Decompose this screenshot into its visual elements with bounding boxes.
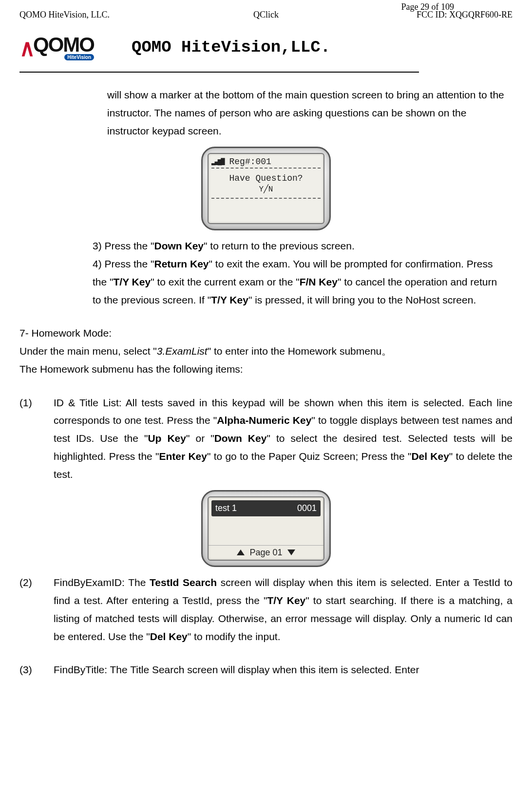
device-screen-have-question: ▂▄▆█ Reg#:001 Have Question? Y╱N — [201, 147, 331, 230]
step4-t5: " is pressed, it will bring you to the N… — [248, 294, 476, 305]
step4-t3: " to exit the current exam or the " — [151, 276, 300, 287]
item1-enter-key: Enter Key — [159, 451, 207, 462]
item2-testid-search: TestId Search — [150, 577, 217, 588]
item1-t5: " to go to the Paper Quiz Screen; Press … — [207, 451, 411, 462]
up-triangle-icon — [237, 549, 245, 555]
item1-t3: " or " — [186, 433, 214, 444]
sec7-line1-italic: 3.ExamList — [157, 345, 208, 357]
section-7-line2: The Homework submenu has the following i… — [19, 360, 508, 379]
item1-alpha-numeric-key: Alpha-Numeric Key — [217, 415, 311, 426]
step4-t1: 4) Press the " — [93, 258, 154, 269]
down-triangle-icon — [287, 549, 295, 555]
logo: ∧ QOMO HiteVision — [19, 30, 117, 65]
sec7-line1-end: 。 — [381, 345, 392, 357]
item1-del-key: Del Key — [411, 451, 449, 462]
step-4: 4) Press the "Return Key" to exit the ex… — [93, 255, 508, 309]
item2-t4: " to modify the input. — [188, 631, 281, 642]
item-2-content: FindByExamID: The TestId Search screen w… — [54, 574, 513, 645]
step3-post: " to return to the previous screen. — [204, 240, 355, 251]
header-logo-row: ∧ QOMO HiteVision QOMO HiteVision,LLC. — [19, 30, 513, 69]
header-left: QOMO HiteVision, LLC. — [19, 10, 110, 20]
page-number: Page 29 of 109 — [401, 2, 455, 12]
screen1-top-row: ▂▄▆█ Reg#:001 — [211, 157, 321, 169]
item-1-num: (1) — [19, 394, 54, 484]
step4-ty-key-2: T/Y Key — [211, 294, 248, 305]
item2-t1: FindByExamID: The — [54, 577, 150, 588]
header-divider — [19, 72, 419, 73]
logo-arrow-icon: ∧ — [19, 34, 32, 61]
item-3-num: (3) — [19, 661, 54, 679]
section-7-heading: 7- Homework Mode: — [19, 324, 508, 342]
screen2-page-label: Page 01 — [249, 548, 282, 558]
logo-main-text: QOMO — [33, 35, 94, 55]
page: Page 29 of 109 QOMO HiteVision, LLC. QCl… — [0, 0, 532, 795]
step4-fn-key: F/N Key — [300, 276, 338, 287]
screen1-reg-label: Reg#:001 — [229, 157, 271, 167]
screen1-line2: Y╱N — [211, 184, 321, 199]
item2-ty-key: T/Y Key — [267, 595, 305, 606]
item-2-num: (2) — [19, 574, 54, 645]
item-1-content: ID & Title List: All tests saved in this… — [54, 394, 513, 484]
device-screen-test-list: test 1 0001 Page 01 — [201, 490, 331, 567]
item-3-content: FindByTitle: The Title Search screen wil… — [54, 661, 513, 679]
item1-up-key: Up Key — [148, 433, 186, 444]
logo-text: QOMO HiteVision — [33, 35, 94, 60]
step3-pre: 3) Press the " — [93, 240, 154, 251]
device-screen-2-inner: test 1 0001 Page 01 — [208, 496, 324, 561]
logo-sub-text: HiteVision — [64, 54, 94, 60]
sec7-line1-pre: Under the main menu, select " — [19, 345, 157, 357]
page-num-value: 29 of 109 — [420, 2, 454, 12]
sec7-line1-post: " to enter into the Homework submenu — [208, 345, 382, 357]
device-screen-1-inner: ▂▄▆█ Reg#:001 Have Question? Y╱N — [208, 153, 324, 224]
item-3: (3) FindByTitle: The Title Search screen… — [19, 661, 513, 679]
item1-down-key: Down Key — [214, 433, 267, 444]
item-2: (2) FindByExamID: The TestId Search scre… — [19, 574, 513, 645]
screen2-empty-area — [209, 519, 323, 545]
intro-continued: will show a marker at the bottom of the … — [107, 86, 508, 140]
company-title: QOMO HiteVision,LLC. — [132, 38, 330, 57]
step4-ty-key-1: T/Y Key — [113, 276, 151, 287]
screen2-selected-row: test 1 0001 — [211, 500, 321, 516]
signal-icon: ▂▄▆█ — [211, 157, 224, 166]
step4-return-key: Return Key — [154, 258, 209, 269]
screen2-pager: Page 01 — [209, 545, 323, 560]
header-center: QClick — [253, 10, 279, 20]
item2-del-key: Del Key — [150, 631, 188, 642]
screen2-row-name: test 1 — [215, 503, 237, 513]
item-1: (1) ID & Title List: All tests saved in … — [19, 394, 513, 484]
screen2-row-id: 0001 — [297, 503, 317, 513]
section-7-line1: Under the main menu, select "3.ExamList"… — [19, 342, 508, 360]
step-3: 3) Press the "Down Key" to return to the… — [93, 237, 508, 255]
screen1-line1: Have Question? — [211, 169, 321, 184]
page-label: Page — [401, 2, 421, 12]
step3-bold-down-key: Down Key — [154, 240, 204, 251]
